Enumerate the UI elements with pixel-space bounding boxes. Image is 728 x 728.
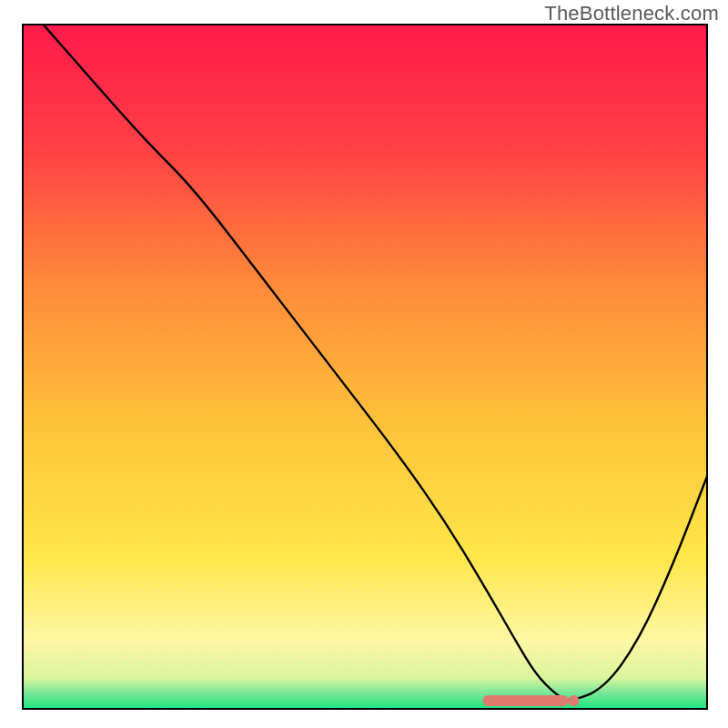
optimal-range-marker [488,695,579,706]
bottleneck-chart [0,0,728,728]
gradient-background [23,25,707,709]
plot-area [23,25,707,709]
chart-stage: TheBottleneck.com [0,0,728,728]
svg-point-2 [568,695,579,706]
watermark-text: TheBottleneck.com [544,2,719,25]
